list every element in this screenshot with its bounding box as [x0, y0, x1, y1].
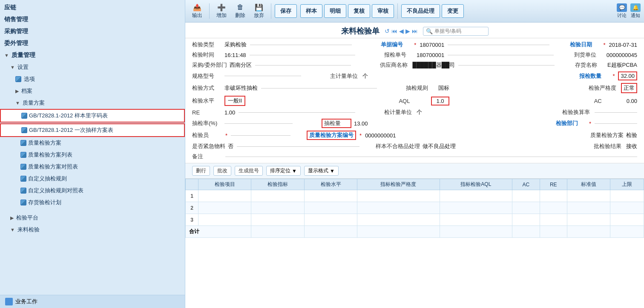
- nav-first[interactable]: ⏮: [391, 28, 397, 34]
- cell-strict-1[interactable]: [357, 190, 440, 202]
- sidebar-item-inventory-plan[interactable]: 存货验检计划: [0, 197, 185, 208]
- cell-std-3[interactable]: [567, 214, 610, 226]
- audit-button[interactable]: 审核: [372, 4, 394, 18]
- detail-label: 明细: [330, 7, 341, 15]
- delete-button[interactable]: 🗑 删除: [232, 2, 249, 20]
- expand-icon: ▼: [4, 53, 9, 58]
- sidebar-item-files[interactable]: ▶ 档案: [0, 85, 185, 97]
- cell-check-item-1[interactable]: [198, 190, 251, 202]
- display-format-dropdown[interactable]: 显示格式 ▼: [304, 166, 339, 176]
- cell-re-2[interactable]: [540, 202, 567, 214]
- discard-button[interactable]: 💾 放弃: [250, 2, 267, 20]
- sidebar-item-purchase[interactable]: 采购管理: [0, 26, 185, 37]
- sidebar-item-qplancross[interactable]: 质量检验方案对照表: [0, 161, 185, 173]
- cell-check-indicator-1[interactable]: [251, 190, 304, 202]
- cell-ac-1[interactable]: [512, 190, 540, 202]
- sidebar-item-settings[interactable]: ▼ 设置: [0, 61, 185, 73]
- cell-check-indicator-2[interactable]: [251, 202, 304, 214]
- sidebar-item-outsource[interactable]: 委外管理: [0, 37, 185, 49]
- change-button[interactable]: 变更: [442, 4, 464, 18]
- cell-aql-2[interactable]: [440, 202, 512, 214]
- sidebar-item-quality-plan[interactable]: ▼ 质量方案: [0, 97, 185, 109]
- nav-prev[interactable]: ◀: [399, 28, 404, 34]
- col-re: RE: [540, 179, 567, 190]
- notify-button[interactable]: 🔔 通知: [630, 3, 641, 19]
- cell-std-2[interactable]: [567, 202, 610, 214]
- save-button[interactable]: 保存: [275, 4, 297, 18]
- table-header-row: 检验项目 检验指标 检验水平 指标检验严格度 指标检验AQL AC RE 标准值…: [186, 179, 644, 190]
- batch-result-label: 批检验结果: [594, 143, 624, 150]
- discuss-button[interactable]: 💬 讨论: [617, 3, 627, 19]
- cell-check-item-3[interactable]: [198, 214, 251, 226]
- search-input[interactable]: [434, 28, 486, 34]
- doc-area: 来料检验单 ↺ ⏮ ◀ ▶ ⏭ 🔍 检验类型 采购检验: [185, 23, 644, 308]
- cell-check-indicator-3[interactable]: [251, 214, 304, 226]
- form-row-10: 是否紧急物料 否 样本不合格品处理 做不良品处理 批检验结果 接收: [192, 143, 637, 150]
- gen-batch-button[interactable]: 生成批号: [235, 166, 263, 176]
- cell-re-3[interactable]: [540, 214, 567, 226]
- cell-check-level-3[interactable]: [304, 214, 357, 226]
- sidebar-item-gb2[interactable]: GB/T2828.1-2012 一次抽样方案表: [0, 123, 185, 137]
- notify-label: 通知: [631, 12, 640, 19]
- cell-strict-3[interactable]: [357, 214, 440, 226]
- cell-std-1[interactable]: [567, 190, 610, 202]
- field-inventory: 存货名称 E超板PCBA: [575, 61, 637, 69]
- cell-upper-3[interactable]: [610, 214, 644, 226]
- sidebar-item-inspect-platform[interactable]: ▶ 检验平台: [0, 212, 185, 224]
- cell-re-1[interactable]: [540, 190, 567, 202]
- field-check-time: 检验时间 16:11:48: [192, 51, 246, 59]
- table-row: 2: [186, 202, 644, 214]
- cell-check-level-1[interactable]: [304, 190, 357, 202]
- sidebar-item-gb1[interactable]: GB/T2828.1-2012 样本里字码表: [0, 109, 185, 123]
- detail-button[interactable]: 明细: [324, 4, 346, 18]
- col-strict: 指标检验严格度: [357, 179, 440, 190]
- sidebar-item-supply-chain[interactable]: 应链: [0, 2, 185, 14]
- sample-button[interactable]: 样本: [300, 4, 322, 18]
- check-time-label: 检验时间: [192, 51, 222, 59]
- sidebar-item-options[interactable]: 选项: [0, 73, 185, 85]
- cell-ac-2[interactable]: [512, 202, 540, 214]
- delete-label: 删除: [235, 12, 245, 19]
- form-row-1: 检验类型 采购检验 单据编号 * 18070001 检验日期 * 2018-07…: [192, 41, 637, 48]
- sidebar-item-custom-rule[interactable]: 自定义抽检规则: [0, 173, 185, 185]
- sidebar-item-qplanlist[interactable]: 质量检验方案列表: [0, 149, 185, 161]
- sidebar-item-quality[interactable]: ▼ 质量管理: [0, 49, 185, 61]
- defect-button[interactable]: 不良品处理: [401, 4, 440, 18]
- sidebar-item-qplan[interactable]: 质量检验方案: [0, 137, 185, 149]
- sidebar-item-incoming-inspect[interactable]: ▼ 来料检验: [0, 224, 185, 236]
- doc-search-box[interactable]: 🔍: [423, 27, 489, 36]
- cell-ac-3[interactable]: [512, 214, 540, 226]
- cell-upper-2[interactable]: [610, 202, 644, 214]
- cell-upper-1[interactable]: [610, 190, 644, 202]
- check-type-label: 检验类型: [192, 41, 222, 48]
- cell-strict-2[interactable]: [357, 202, 440, 214]
- sidebar-item-custom-cross[interactable]: 自定义抽检规则对照表: [0, 185, 185, 197]
- change-label: 变更: [447, 7, 458, 15]
- add-button[interactable]: ➕ 增加: [213, 2, 230, 20]
- aql-value: 1.0: [431, 97, 449, 106]
- recheck-button[interactable]: 复核: [348, 4, 370, 18]
- footer-icon: [5, 298, 13, 305]
- export-button[interactable]: 📤 输出: [189, 2, 206, 20]
- nav-refresh[interactable]: ↺: [385, 28, 390, 34]
- cell-aql-3[interactable]: [440, 214, 512, 226]
- nav-last[interactable]: ⏭: [412, 28, 418, 34]
- sidebar-label: 选项: [24, 75, 35, 83]
- sort-dropdown[interactable]: 排序定位 ▼: [266, 166, 301, 176]
- cell-aql-1[interactable]: [440, 190, 512, 202]
- cell-check-level-2[interactable]: [304, 202, 357, 214]
- defect-label: 不良品处理: [407, 7, 434, 15]
- col-std-val: 标准值: [567, 179, 610, 190]
- inventory-value: E超板PCBA: [607, 61, 637, 69]
- batch-edit-button[interactable]: 批改: [213, 166, 231, 176]
- form-row-3: 采购/委外部门 西南分区 供应商名称 ██████器██司 存货名称 E超板PC…: [192, 61, 637, 69]
- export-label: 输出: [192, 12, 202, 19]
- toolbar-right: 💬 讨论 🔔 通知: [617, 3, 641, 19]
- del-row-button[interactable]: 删行: [192, 166, 210, 176]
- field-conversion: 检验换算率: [562, 108, 637, 116]
- nav-next[interactable]: ▶: [405, 28, 410, 34]
- sidebar-footer[interactable]: 业务工作: [0, 295, 185, 308]
- cell-check-item-2[interactable]: [198, 202, 251, 214]
- sidebar-item-sales[interactable]: 销售管理: [0, 14, 185, 26]
- sum-cell-9: [610, 226, 644, 238]
